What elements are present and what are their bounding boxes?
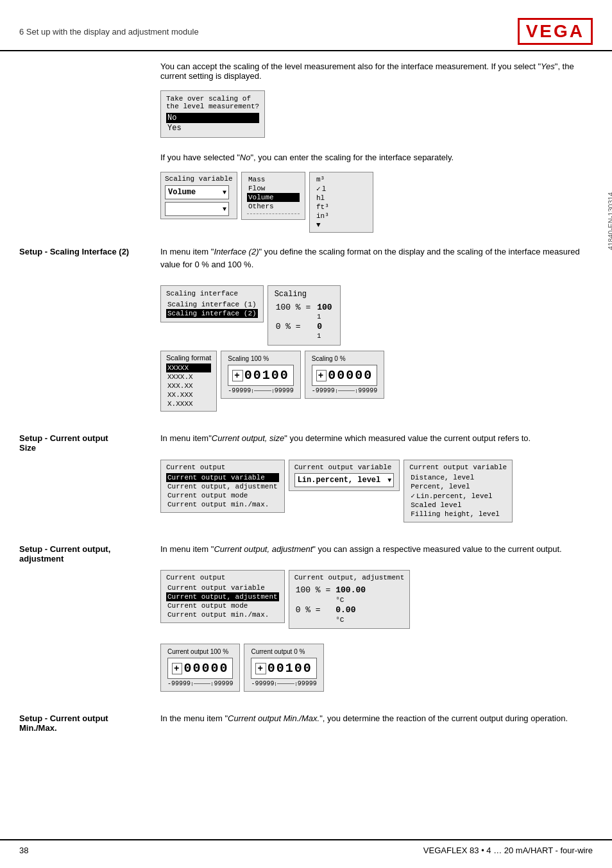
- take-over-no[interactable]: No: [166, 113, 259, 123]
- scaling-interface-dialog: Scaling interface Scaling interface (1) …: [160, 285, 264, 322]
- scaling-100-box: Scaling 100 % + 00100 -99999 99999: [221, 351, 300, 399]
- section-scaling-interface-label: Setup - Scaling Interface (2): [19, 246, 160, 417]
- scaling-100pct-value: 100: [312, 303, 332, 312]
- co-plus-icon2: +: [255, 663, 266, 674]
- scaling-0-slider[interactable]: -99999 99999: [312, 387, 377, 394]
- co-output-0-slider[interactable]: -99999 99999: [251, 680, 316, 687]
- current-output-size-text: In menu item"Current output, size" you d…: [160, 432, 593, 445]
- option-volume[interactable]: Volume: [247, 193, 300, 202]
- co-plus-icon: +: [172, 663, 182, 674]
- co-adjustment[interactable]: Current output, adjustment: [166, 482, 279, 491]
- scaling-100-value[interactable]: + 00100: [228, 365, 293, 386]
- format-xx-xxx[interactable]: XX.XXX: [166, 390, 211, 399]
- co-output-0-title: Current output 0 %: [251, 648, 316, 655]
- section-current-output-size-body: In menu item"Current output, size" you d…: [160, 432, 593, 528]
- option-in3[interactable]: in³: [315, 212, 368, 221]
- scaling-0-min: -99999: [312, 387, 335, 394]
- co-output-100-digits: 00000: [183, 661, 228, 676]
- scaling-100-min: -99999: [228, 387, 251, 394]
- co-output-0-box: Current output 0 % + 00100 -99999 99999: [244, 644, 323, 692]
- section-current-output-minmax-label: Setup - Current outputMin./Max.: [19, 712, 160, 733]
- co-variable[interactable]: Current output variable: [166, 473, 279, 482]
- slider-tick-right1: [273, 389, 273, 393]
- scaling-0pct-value: 0: [312, 322, 332, 331]
- option-mass[interactable]: Mass: [247, 175, 300, 184]
- scaling-table: 100 % = 100 1 0 % = 0: [275, 301, 334, 341]
- scaling-100pct-sub-val: 1: [312, 313, 332, 321]
- section-current-output-adjustment-label: Setup - Current output,adjustment: [19, 543, 160, 697]
- current-output-minmax-text: In the menu item "Current output Min./Ma…: [160, 712, 593, 725]
- footer-page: 38: [19, 846, 28, 855]
- format-x-xxxx[interactable]: X.XXXX: [166, 399, 211, 408]
- scaling-interface-row2: Scaling format XXXXX XXXX.X XXX.XX XX.XX…: [160, 351, 593, 412]
- co-scaled-level[interactable]: Scaled level: [409, 501, 507, 510]
- co-adj-0pct-val: 0.00: [332, 605, 366, 615]
- scaling-100-slider[interactable]: -99999 99999: [228, 387, 293, 394]
- option-hl[interactable]: hl: [315, 194, 368, 203]
- scaling-variable-dropdown2[interactable]: ▼: [165, 202, 229, 216]
- co-adj-mode[interactable]: Current output mode: [166, 601, 279, 610]
- co-tick-left2: [275, 682, 276, 686]
- co-adj-menu-title: Current output: [166, 574, 279, 581]
- section-current-output-adjustment: Setup - Current output,adjustment In men…: [19, 543, 593, 697]
- co-output-100-title: Current output 100 %: [167, 648, 233, 655]
- scaling-0-max: 99999: [358, 387, 377, 394]
- scaling-0-box: Scaling 0 % + 00000 -99999 99999: [305, 351, 384, 399]
- co-mode[interactable]: Current output mode: [166, 491, 279, 500]
- co-adj-100pct-label: 100 % =: [296, 585, 331, 595]
- co-linpercent-level[interactable]: Lin.percent, level: [409, 491, 507, 501]
- option-flow[interactable]: Flow: [247, 184, 300, 193]
- scaling-0pct-sub-val: 1: [312, 333, 332, 340]
- intro-block: You can accept the scaling of the level …: [19, 62, 593, 233]
- co-minmax[interactable]: Current output min./max.: [166, 500, 279, 509]
- co-output-0-value[interactable]: + 00100: [251, 658, 316, 679]
- section-scaling-interface-body: In menu item "Interface (2)" you define …: [160, 246, 593, 417]
- co-adj-minmax[interactable]: Current output min./max.: [166, 610, 279, 619]
- scaling-100-max: 99999: [275, 387, 294, 394]
- plus-icon: +: [232, 370, 242, 381]
- plus-icon2: +: [316, 370, 327, 381]
- co-output-100-value[interactable]: + 00000: [167, 658, 233, 679]
- scaling-interface-2[interactable]: Scaling interface (2): [166, 309, 258, 318]
- co-adj-adjustment[interactable]: Current output, adjustment: [166, 592, 279, 601]
- format-xxxx-x[interactable]: XXXX.X: [166, 372, 211, 381]
- dropdown-arrow2-icon: ▼: [223, 206, 226, 213]
- page-container: 6 Set up with the display and adjustment…: [0, 0, 612, 868]
- scaling-100-digits: 00100: [244, 368, 289, 383]
- scaling-100-title: Scaling 100 %: [228, 355, 293, 362]
- take-over-yes[interactable]: Yes: [166, 123, 259, 133]
- footer: 38 VEGAFLEX 83 • 4 … 20 mA/HART - four-w…: [0, 839, 612, 855]
- co-output-0-digits: 00100: [268, 661, 312, 676]
- co-percent-level[interactable]: Percent, level: [409, 482, 507, 491]
- scaling-options-col1: Mass Flow Volume Others: [241, 172, 305, 220]
- option-l[interactable]: l: [315, 184, 368, 194]
- current-output-adjustment-row1: Current output Current output variable C…: [160, 570, 593, 629]
- section-current-output-adjustment-body: In menu item "Current output, adjustment…: [160, 543, 593, 697]
- co-filling-height[interactable]: Filling height, level: [409, 510, 507, 519]
- option-m3[interactable]: m³: [315, 175, 368, 184]
- format-xxxxx[interactable]: XXXXX: [166, 363, 211, 372]
- co-distance-level[interactable]: Distance, level: [409, 473, 507, 482]
- section-current-output-size-label: Setup - Current outputSize: [19, 432, 160, 528]
- scaling-variable-dropdown[interactable]: Volume ▼: [165, 185, 229, 199]
- co-variable-select[interactable]: Lin.percent, level ▼: [294, 473, 395, 487]
- scaling-0pct-label: 0 % =: [276, 322, 311, 331]
- scaling-interface-1[interactable]: Scaling interface (1): [166, 300, 258, 309]
- option-others[interactable]: Others: [247, 202, 300, 211]
- option-down[interactable]: ▼: [315, 221, 368, 230]
- doc-number-wrap: 41840-EN-130314: [593, 128, 612, 256]
- co-adj-0pct-unit: °C: [332, 616, 366, 624]
- co-adj-variable[interactable]: Current output variable: [166, 583, 279, 592]
- current-output-adjustment-row2: Current output 100 % + 00000 -99999 9999…: [160, 644, 593, 692]
- co-adjustment-dialog: Current output, adjustment 100 % = 100.0…: [289, 570, 411, 629]
- take-over-dialog: Take over scaling ofthe level measuremen…: [160, 90, 265, 138]
- scaling-0-value[interactable]: + 00000: [312, 365, 377, 386]
- format-xxx-xx[interactable]: XXX.XX: [166, 381, 211, 390]
- dropdown-arrow-icon: ▼: [223, 189, 226, 196]
- header: 6 Set up with the display and adjustment…: [0, 13, 612, 51]
- co-adj-menu: Current output Current output variable C…: [160, 570, 285, 623]
- co-output-100-slider[interactable]: -99999 99999: [167, 680, 233, 687]
- scaling-interface-row1: Scaling interface Scaling interface (1) …: [160, 285, 593, 346]
- doc-number: 41840-EN-130314: [607, 192, 612, 250]
- option-ft3[interactable]: ft³: [315, 203, 368, 212]
